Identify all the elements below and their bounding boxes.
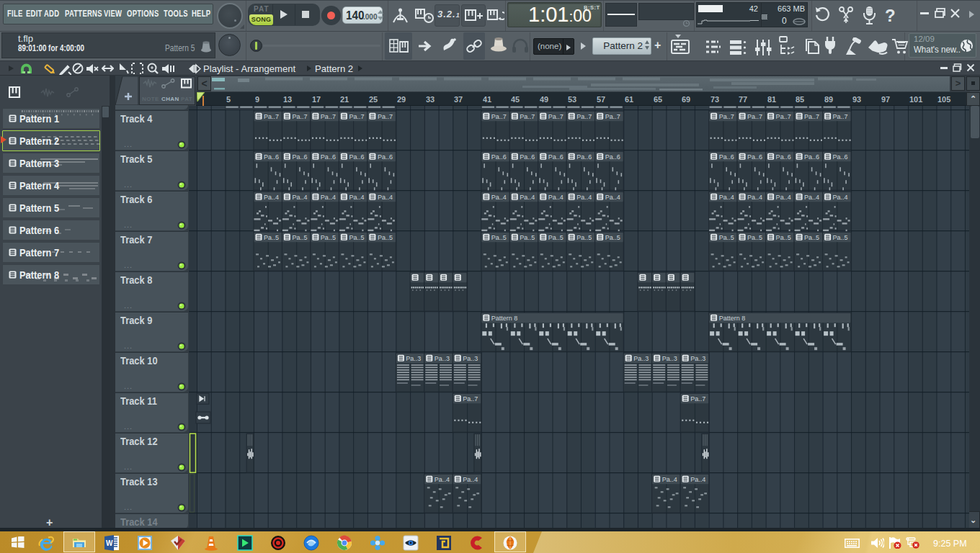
svg-text:Pattern 8: Pattern 8: [719, 315, 746, 322]
svg-text:Pa..7: Pa..7: [463, 395, 478, 403]
svg-text:Pa..5: Pa..5: [378, 234, 393, 241]
svg-text:Pa..5: Pa..5: [747, 234, 762, 241]
svg-text:Pa..7: Pa..7: [833, 113, 848, 120]
svg-text:Pa..4: Pa..4: [491, 194, 507, 201]
svg-text:Pa..4: Pa..4: [747, 194, 762, 201]
svg-text:Pa..3: Pa..3: [633, 355, 649, 362]
svg-text:Pa..4: Pa..4: [378, 194, 393, 201]
svg-text:Pa..4: Pa..4: [690, 476, 705, 483]
svg-text:W: W: [106, 539, 113, 547]
svg-text:Pa..4: Pa..4: [292, 194, 307, 201]
svg-text:Pa..7: Pa..7: [378, 113, 393, 120]
svg-text:Pa..5: Pa..5: [719, 234, 734, 241]
svg-text:Pa..4: Pa..4: [833, 194, 848, 201]
svg-text:Pa..6: Pa..6: [264, 153, 279, 161]
svg-text:Pa..5: Pa..5: [520, 234, 535, 241]
svg-text:Pa..7: Pa..7: [804, 113, 819, 120]
svg-text:Pa..3: Pa..3: [463, 355, 478, 362]
svg-text:Pa..4: Pa..4: [548, 194, 564, 201]
svg-text:Pa..5: Pa..5: [491, 234, 507, 241]
svg-text:Pa..5: Pa..5: [548, 234, 564, 241]
svg-text:Pa..4: Pa..4: [264, 194, 279, 201]
svg-text:Pa..3: Pa..3: [662, 355, 677, 362]
svg-text:Pa..3: Pa..3: [406, 355, 421, 362]
svg-text:Pa..5: Pa..5: [605, 234, 620, 241]
svg-text:Pa..4: Pa..4: [576, 194, 592, 201]
svg-text:Pa..7: Pa..7: [349, 113, 364, 120]
svg-text:Pa..6: Pa..6: [804, 153, 819, 161]
svg-text:Pa..7: Pa..7: [321, 113, 336, 120]
svg-text:Pa..4: Pa..4: [349, 194, 364, 201]
svg-text:Pa..3: Pa..3: [435, 355, 450, 362]
svg-text:Pa..6: Pa..6: [747, 153, 762, 161]
svg-text:Pa..6: Pa..6: [776, 153, 791, 161]
svg-text:Pa..6: Pa..6: [378, 153, 393, 161]
svg-text:Pa..4: Pa..4: [719, 194, 734, 201]
svg-text:Pa..3: Pa..3: [690, 355, 705, 362]
svg-text:Pa..5: Pa..5: [576, 234, 592, 241]
svg-text:Pa..5: Pa..5: [349, 234, 364, 241]
svg-text:Pa..7: Pa..7: [264, 113, 279, 120]
svg-text:Pa..4: Pa..4: [321, 194, 336, 201]
svg-text:Pa..7: Pa..7: [491, 113, 507, 120]
svg-text:Pa..7: Pa..7: [747, 113, 762, 120]
svg-text:Pa..6: Pa..6: [605, 153, 620, 161]
svg-text:Pa..5: Pa..5: [833, 234, 848, 241]
svg-text:Pa..4: Pa..4: [463, 476, 478, 483]
svg-text:Pa..4: Pa..4: [776, 194, 791, 201]
svg-text:Pa..5: Pa..5: [776, 234, 791, 241]
svg-text:Pa..5: Pa..5: [321, 234, 336, 241]
svg-text:Pa..4: Pa..4: [662, 476, 677, 483]
svg-text:Pa..6: Pa..6: [719, 153, 734, 161]
svg-text:Pa..7: Pa..7: [690, 395, 705, 403]
svg-text:Pa..6: Pa..6: [349, 153, 364, 161]
svg-text:Pa..6: Pa..6: [292, 153, 307, 161]
svg-text:Pattern 8: Pattern 8: [491, 315, 518, 322]
svg-text:Pa..6: Pa..6: [548, 153, 564, 161]
svg-text:Pa..4: Pa..4: [804, 194, 819, 201]
svg-text:Pa..4: Pa..4: [605, 194, 620, 201]
svg-text:Pa..5: Pa..5: [292, 234, 307, 241]
svg-text:Pa..7: Pa..7: [520, 113, 535, 120]
svg-text:Pa..7: Pa..7: [548, 113, 564, 120]
svg-text:Pa..7: Pa..7: [776, 113, 791, 120]
svg-text:Pa..5: Pa..5: [804, 234, 819, 241]
svg-text:Pa..7: Pa..7: [292, 113, 307, 120]
svg-text:Pa..4: Pa..4: [520, 194, 535, 201]
svg-text:Pa..6: Pa..6: [491, 153, 507, 161]
svg-text:Pa..7: Pa..7: [719, 113, 734, 120]
svg-text:Pa..7: Pa..7: [576, 113, 592, 120]
svg-text:Pa..6: Pa..6: [321, 153, 336, 161]
svg-text:Pa..6: Pa..6: [576, 153, 592, 161]
svg-text:Pa..6: Pa..6: [833, 153, 848, 161]
svg-text:Pa..6: Pa..6: [520, 153, 535, 161]
svg-text:Pa..5: Pa..5: [264, 234, 279, 241]
svg-text:Pa..4: Pa..4: [435, 476, 450, 483]
svg-text:Pa..7: Pa..7: [605, 113, 620, 120]
